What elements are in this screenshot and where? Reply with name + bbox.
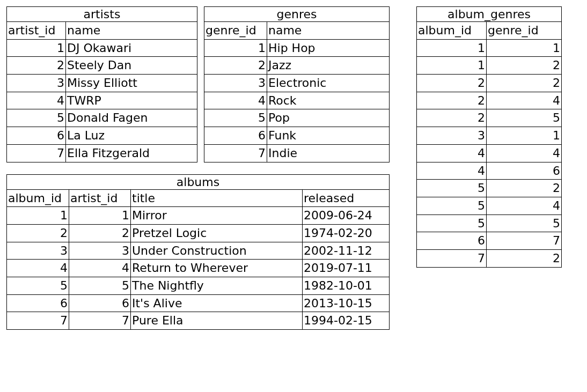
column-header: genre_id (204, 22, 267, 40)
table-row: 31 (417, 127, 562, 145)
table-cell: 2009-06-24 (303, 207, 390, 225)
table-cell: The Nightfly (131, 277, 303, 294)
table-cell: 2 (69, 224, 131, 242)
table-row: 1DJ Okawari (7, 39, 197, 57)
table-cell: It's Alive (131, 294, 303, 312)
table-cell: 3 (417, 127, 487, 145)
table-row: 11 (417, 39, 562, 57)
table-cell: 4 (69, 260, 131, 277)
table-cell: 5 (69, 277, 131, 294)
artists-title: artists (6, 6, 197, 21)
table-cell: 7 (487, 232, 562, 250)
table-cell: Electronic (267, 75, 390, 92)
genres-body: 1Hip Hop2Jazz3Electronic4Rock5Pop6Funk7I… (204, 39, 390, 162)
table-row: 67 (417, 232, 562, 250)
column-header: genre_id (487, 22, 562, 40)
table-row: 33Under Construction2002-11-12 (7, 242, 390, 260)
column-header: released (303, 189, 390, 207)
table-row: 6La Luz (7, 127, 197, 145)
table-row: 52 (417, 180, 562, 197)
table-row: 3Missy Elliott (7, 75, 197, 92)
table-cell: Steely Dan (66, 57, 197, 75)
table-cell: 1994-02-15 (303, 312, 390, 330)
table-cell: 5 (7, 277, 69, 294)
table-cell: 3 (7, 75, 66, 92)
table-cell: 5 (417, 197, 487, 215)
table-cell: 2 (487, 249, 562, 267)
genres-table: genres genre_idname 1Hip Hop2Jazz3Electr… (204, 6, 390, 162)
table-row: 44 (417, 144, 562, 162)
artists-body: 1DJ Okawari2Steely Dan3Missy Elliott4TWR… (7, 39, 197, 162)
table-row: 7Indie (204, 144, 390, 162)
table-cell: 7 (417, 249, 487, 267)
table-row: 3Electronic (204, 75, 390, 92)
table-cell: Hip Hop (267, 39, 390, 57)
table-row: 72 (417, 249, 562, 267)
table-cell: 1 (487, 127, 562, 145)
table-cell: 4 (7, 92, 66, 109)
table-cell: 2 (7, 57, 66, 75)
table-cell: 6 (7, 127, 66, 145)
table-cell: TWRP (66, 92, 197, 109)
table-row: 54 (417, 197, 562, 215)
column-header: name (267, 22, 390, 40)
table-row: 44Return to Wherever2019-07-11 (7, 260, 390, 277)
table-cell: Jazz (267, 57, 390, 75)
table-cell: 2 (417, 109, 487, 127)
genres-header: genre_idname (204, 22, 390, 40)
table-cell: 1 (417, 39, 487, 57)
table-row: 25 (417, 109, 562, 127)
table-row: 24 (417, 92, 562, 109)
column-header: title (131, 189, 303, 207)
column-header: artist_id (69, 189, 131, 207)
table-row: 22Pretzel Logic1974-02-20 (7, 224, 390, 242)
table-cell: Mirror (131, 207, 303, 225)
table-cell: Return to Wherever (131, 260, 303, 277)
table-row: 55The Nightfly1982-10-01 (7, 277, 390, 294)
table-row: 6Funk (204, 127, 390, 145)
table-cell: Donald Fagen (66, 109, 197, 127)
table-cell: 3 (204, 75, 267, 92)
table-cell: 1 (7, 39, 66, 57)
column-header: artist_id (7, 22, 66, 40)
table-row: 11Mirror2009-06-24 (7, 207, 390, 225)
albums-body: 11Mirror2009-06-2422Pretzel Logic1974-02… (7, 207, 390, 330)
table-row: 4Rock (204, 92, 390, 109)
table-row: 12 (417, 57, 562, 75)
table-cell: 2 (204, 57, 267, 75)
table-cell: 1982-10-01 (303, 277, 390, 294)
table-cell: 6 (417, 232, 487, 250)
table-cell: Indie (267, 144, 390, 162)
table-cell: DJ Okawari (66, 39, 197, 57)
table-cell: 1 (7, 207, 69, 225)
table-cell: 5 (7, 109, 66, 127)
table-cell: 6 (7, 294, 69, 312)
table-cell: 1 (69, 207, 131, 225)
table-cell: 2 (487, 57, 562, 75)
table-row: 22 (417, 75, 562, 92)
table-cell: 7 (69, 312, 131, 330)
table-cell: La Luz (66, 127, 197, 145)
table-cell: Pop (267, 109, 390, 127)
table-cell: 5 (487, 215, 562, 232)
table-cell: Pretzel Logic (131, 224, 303, 242)
table-cell: 2 (7, 224, 69, 242)
table-cell: 7 (204, 144, 267, 162)
table-cell: 2019-07-11 (303, 260, 390, 277)
table-cell: 2013-10-15 (303, 294, 390, 312)
column-header: album_id (417, 22, 487, 40)
table-row: 1Hip Hop (204, 39, 390, 57)
albums-table: albums album_idartist_idtitlereleased 11… (6, 174, 390, 330)
table-cell: 4 (417, 162, 487, 180)
album-genres-table: album_genres album_idgenre_id 1112222425… (416, 6, 562, 268)
albums-title: albums (6, 174, 390, 189)
table-cell: 7 (7, 312, 69, 330)
table-cell: Ella Fitzgerald (66, 144, 197, 162)
table-cell: 2002-11-12 (303, 242, 390, 260)
genres-title: genres (204, 6, 390, 21)
table-cell: Funk (267, 127, 390, 145)
artists-header: artist_idname (7, 22, 197, 40)
table-cell: 2 (487, 180, 562, 197)
table-cell: 4 (487, 144, 562, 162)
table-cell: 1974-02-20 (303, 224, 390, 242)
